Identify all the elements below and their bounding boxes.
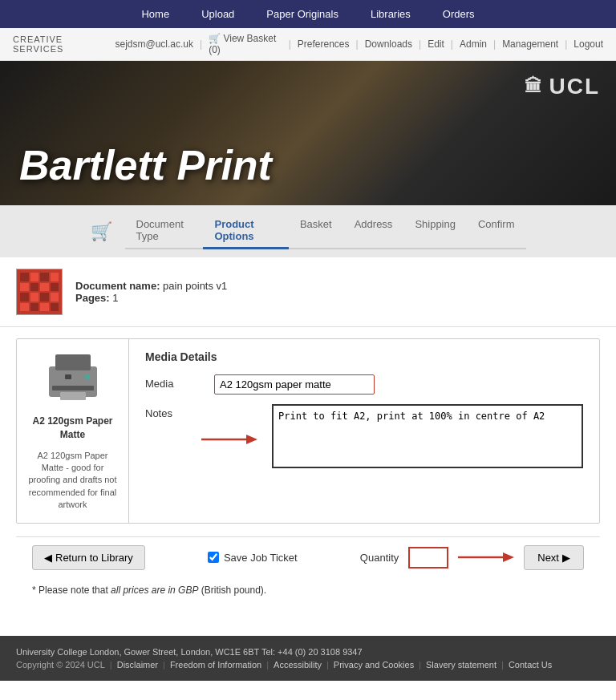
svg-marker-9 (503, 552, 514, 562)
svg-rect-2 (52, 386, 94, 390)
basket-link[interactable]: 🛒 View Basket (0) (209, 33, 282, 55)
quantity-input[interactable] (408, 547, 448, 568)
media-input-wrap (214, 374, 583, 395)
nav-edit[interactable]: Edit (428, 38, 444, 50)
footer-address: University College London, Gower Street,… (16, 647, 600, 657)
printer-icon (41, 350, 105, 407)
product-left-panel: A2 120gsm Paper Matte A2 120gsm Paper Ma… (17, 339, 129, 523)
footer-foi[interactable]: Freedom of Information (170, 660, 261, 670)
wizard-step-address[interactable]: Address (343, 213, 404, 249)
nav-admin[interactable]: Admin (460, 38, 487, 50)
svg-rect-4 (65, 374, 71, 379)
svg-marker-7 (246, 435, 257, 444)
return-to-library-button[interactable]: ◀ Return to Library (32, 545, 145, 570)
document-thumbnail (16, 269, 63, 315)
footer-privacy[interactable]: Privacy and Cookies (334, 660, 414, 670)
hero-banner: 🏛 UCL Bartlett Print (0, 61, 616, 205)
next-button[interactable]: Next ▶ (524, 545, 584, 570)
nav-paper-originals[interactable]: Paper Originals (266, 8, 338, 20)
quantity-label: Quantity (360, 552, 399, 564)
footer-links: Copyright © 2024 UCL | Disclaimer | Free… (16, 660, 600, 670)
wizard-step-basket[interactable]: Basket (289, 213, 343, 249)
svg-rect-3 (60, 392, 86, 400)
page-footer: University College London, Gower Street,… (0, 636, 616, 681)
document-name-label: Document name: (75, 280, 160, 292)
nav-libraries[interactable]: Libraries (371, 8, 411, 20)
wizard-step-document-type[interactable]: Document Type (125, 213, 204, 249)
nav-orders[interactable]: Orders (443, 8, 475, 20)
wizard-section: 🛒 Document Type Product Options Basket A… (0, 205, 616, 257)
secondary-nav: CREATIVE SERVICES sejdsm@ucl.ac.uk | 🛒 V… (0, 28, 616, 61)
media-form-row: Media (145, 374, 583, 395)
media-details-title: Media Details (145, 350, 583, 363)
product-name-label: A2 120gsm Paper Matte (28, 415, 117, 442)
notes-arrow (201, 433, 257, 446)
footer-accessibility[interactable]: Accessibility (274, 660, 322, 670)
main-content: A2 120gsm Paper Matte A2 120gsm Paper Ma… (0, 327, 616, 620)
save-job-ticket-label[interactable]: Save Job Ticket (208, 552, 298, 564)
price-note-italic: all prices are in GBP (111, 585, 198, 596)
cart-icon: 🛒 (91, 221, 112, 242)
user-email[interactable]: sejdsm@ucl.ac.uk (115, 38, 193, 50)
document-details: Document name: pain points v1 Pages: 1 (75, 280, 227, 304)
nav-home[interactable]: Home (141, 8, 169, 20)
notes-label: Notes (145, 404, 201, 419)
notes-form-row: Notes Print to fit A2, print at 100% in … (145, 404, 583, 468)
user-nav: sejdsm@ucl.ac.uk | 🛒 View Basket (0) | P… (115, 33, 603, 55)
page-title: Bartlett Print (19, 141, 272, 189)
svg-rect-1 (55, 354, 91, 370)
chevron-right-icon: ▶ (562, 552, 570, 564)
top-nav: Home Upload Paper Originals Libraries Or… (0, 0, 616, 28)
footer-slavery[interactable]: Slavery statement (426, 660, 496, 670)
brand-label: CREATIVE SERVICES (13, 34, 115, 54)
document-pages-row: Pages: 1 (75, 292, 227, 304)
ucl-logo: 🏛 UCL (525, 74, 600, 99)
media-input[interactable] (214, 374, 375, 395)
footer-disclaimer[interactable]: Disclaimer (117, 660, 158, 670)
nav-logout[interactable]: Logout (573, 38, 603, 50)
wizard-step-product-options[interactable]: Product Options (203, 213, 288, 249)
document-pages-value: 1 (112, 292, 118, 304)
product-section: A2 120gsm Paper Matte A2 120gsm Paper Ma… (16, 338, 600, 524)
svg-point-5 (85, 374, 90, 379)
bottom-bar: ◀ Return to Library Save Job Ticket Quan… (16, 536, 600, 578)
media-label: Media (145, 374, 201, 390)
save-job-ticket-checkbox[interactable] (208, 552, 219, 563)
price-note: * Please note that all prices are in GBP… (16, 578, 600, 609)
document-name-value: pain points v1 (163, 280, 227, 292)
footer-copyright: Copyright © 2024 UCL (16, 660, 105, 670)
nav-preferences[interactable]: Preferences (298, 38, 350, 50)
wizard-steps: Document Type Product Options Basket Add… (125, 213, 526, 249)
wizard-step-confirm[interactable]: Confirm (467, 213, 526, 249)
nav-upload[interactable]: Upload (201, 8, 234, 20)
wizard-step-shipping[interactable]: Shipping (403, 213, 467, 249)
product-description: A2 120gsm Paper Matte - good for proofin… (28, 450, 117, 512)
document-pages-label: Pages: (75, 292, 110, 304)
quantity-arrow (458, 551, 514, 564)
footer-contact[interactable]: Contact Us (509, 660, 552, 670)
wizard-bar: 🛒 Document Type Product Options Basket A… (0, 213, 616, 257)
quantity-next-section: Quantity Next ▶ (360, 545, 584, 570)
product-right-panel: Media Details Media Notes (129, 339, 599, 523)
document-name-row: Document name: pain points v1 (75, 280, 227, 292)
ucl-logo-icon: 🏛 (525, 76, 544, 97)
chevron-left-icon: ◀ (44, 552, 52, 564)
nav-downloads[interactable]: Downloads (365, 38, 412, 50)
nav-management[interactable]: Management (502, 38, 558, 50)
document-info: Document name: pain points v1 Pages: 1 (0, 257, 616, 327)
notes-textarea[interactable]: Print to fit A2, print at 100% in centre… (272, 404, 583, 468)
